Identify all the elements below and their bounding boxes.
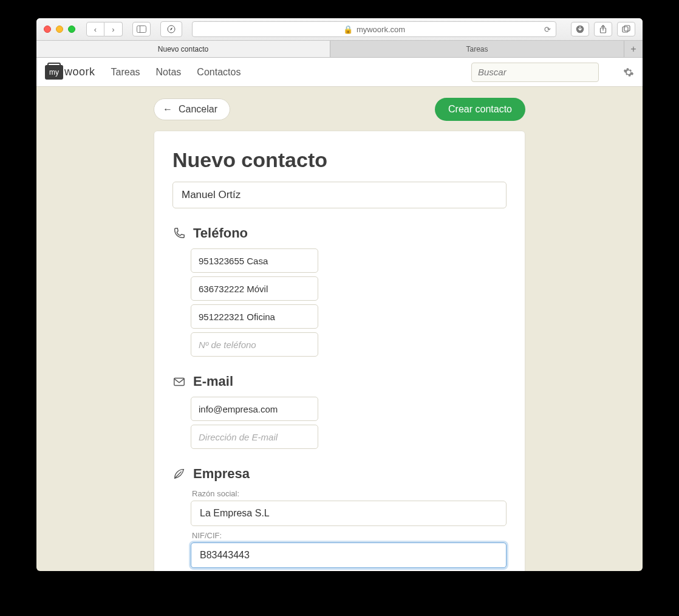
create-contact-button[interactable]: Crear contacto [435,98,525,121]
feather-icon [172,467,186,481]
razon-social-label: Razón social: [192,489,507,498]
cancel-label: Cancelar [179,104,217,115]
reload-icon[interactable]: ⟳ [544,25,551,34]
phone-input-2[interactable] [191,276,318,301]
svg-rect-7 [174,378,185,386]
zoom-window-icon[interactable] [68,26,75,33]
reader-button[interactable] [160,21,182,37]
email-input-new[interactable] [191,425,318,449]
company-heading: Empresa [193,466,250,482]
tab-label: Nuevo contacto [158,45,208,53]
app-logo[interactable]: my woork [45,65,95,80]
new-tab-button[interactable]: + [624,41,643,57]
url-text: mywoork.com [357,25,405,34]
browser-tab-1[interactable]: Nuevo contacto [36,41,330,57]
nav-forward-button[interactable]: › [104,22,123,36]
share-icon [599,25,607,33]
minimize-window-icon[interactable] [56,26,63,33]
settings-button[interactable] [623,67,634,78]
browser-tab-2[interactable]: Tareas [330,41,624,57]
nif-label: NIF/CIF: [192,531,507,540]
nav-back-button[interactable]: ‹ [86,22,104,36]
email-input-1[interactable] [191,397,318,421]
nif-input[interactable] [191,542,507,568]
contact-form-card: Nuevo contacto Teléfono [154,131,525,571]
sidebar-toggle-button[interactable] [132,22,151,36]
lock-icon: 🔒 [343,25,353,34]
sidebar-icon [137,26,146,33]
contact-name-input[interactable] [172,182,507,208]
close-window-icon[interactable] [44,26,51,33]
nav-contactos[interactable]: Contactos [197,67,241,78]
window-controls[interactable] [44,26,75,33]
nav-tareas[interactable]: Tareas [111,67,140,78]
page-title: Nuevo contacto [172,148,507,172]
email-icon [172,375,186,388]
gear-icon [623,67,634,78]
tab-strip: Nuevo contacto Tareas + [36,40,643,57]
logo-text: woork [64,66,95,78]
tabs-overview-button[interactable] [617,22,635,36]
share-button[interactable] [594,22,612,36]
search-input[interactable] [471,63,599,82]
app-navbar: my woork Tareas Notas Contactos [36,58,643,87]
email-heading: E-mail [193,374,233,389]
tabs-icon [622,25,630,33]
address-bar[interactable]: 🔒 mywoork.com ⟳ [192,21,556,37]
phone-input-1[interactable] [191,248,318,273]
phone-heading: Teléfono [193,225,248,241]
nav-notas[interactable]: Notas [156,67,182,78]
logo-mark: my [45,65,63,80]
tab-label: Tareas [466,45,488,53]
svg-rect-6 [624,26,630,31]
arrow-left-icon: ← [163,104,172,115]
razon-social-input[interactable] [191,501,507,526]
svg-rect-0 [137,26,146,33]
safari-compass-icon [166,24,176,34]
svg-rect-5 [623,27,628,32]
downloads-button[interactable] [571,22,589,36]
phone-input-3[interactable] [191,304,318,329]
download-icon [576,25,584,33]
phone-icon [172,227,186,240]
cancel-button[interactable]: ← Cancelar [154,98,230,120]
phone-input-new[interactable] [191,332,318,357]
